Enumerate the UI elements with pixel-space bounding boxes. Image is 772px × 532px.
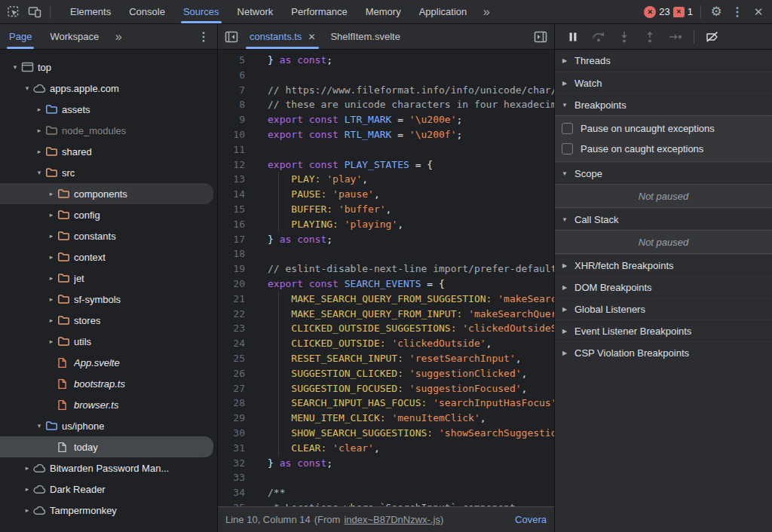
tree-item-node-modules[interactable]: ▸node_modules — [0, 120, 217, 141]
line-number[interactable]: 17 — [218, 232, 254, 247]
pane-header-threads[interactable]: ▶Threads — [555, 50, 772, 72]
navigator-tab-page[interactable]: Page — [0, 24, 41, 49]
main-tab-memory[interactable]: Memory — [357, 0, 410, 23]
tree-item-today[interactable]: today — [0, 436, 213, 457]
pane-header-xhr-breakpoints[interactable]: ▶XHR/fetch Breakpoints — [555, 254, 772, 276]
checkbox-row-pause-on-caught-exceptions[interactable]: Pause on caught exceptions — [555, 139, 772, 159]
tree-collapsed-arrow-icon[interactable]: ▸ — [33, 148, 45, 155]
tree-collapsed-arrow-icon[interactable]: ▸ — [33, 127, 45, 134]
line-number[interactable]: 26 — [218, 366, 254, 381]
pane-header-event-listener-breakpoints[interactable]: ▶Event Listener Breakpoints — [555, 320, 772, 341]
tree-item-components[interactable]: ▸components — [0, 183, 213, 204]
tree-expanded-arrow-icon[interactable]: ▾ — [21, 84, 33, 92]
line-number[interactable]: 6 — [218, 68, 254, 83]
line-number[interactable]: 7 — [218, 83, 254, 98]
line-number[interactable]: 14 — [218, 187, 254, 202]
tree-item-context[interactable]: ▸context — [0, 246, 217, 268]
checkbox[interactable] — [562, 123, 573, 134]
line-number[interactable]: 8 — [218, 97, 254, 112]
tree-item-jet[interactable]: ▸jet — [0, 268, 217, 289]
tree-collapsed-arrow-icon[interactable]: ▸ — [45, 211, 57, 219]
line-number[interactable]: 24 — [218, 336, 254, 351]
step-over-icon[interactable] — [587, 26, 611, 47]
close-devtools-icon[interactable]: ✕ — [748, 2, 769, 23]
pane-header-csp-violation-breakpoints[interactable]: ▶CSP Violation Breakpoints — [555, 341, 772, 363]
editor-tab-shelfitem-svelte[interactable]: ShelfItem.svelte — [323, 24, 408, 49]
tree-item-browser-ts[interactable]: browser.ts — [0, 394, 217, 415]
line-number[interactable]: 33 — [218, 470, 254, 485]
tree-item-config[interactable]: ▸config — [0, 204, 217, 225]
pause-icon[interactable] — [561, 26, 585, 47]
step-into-icon[interactable] — [612, 26, 636, 47]
source-file-link[interactable]: index~B87DnNzwx-.js — [344, 514, 440, 525]
deactivate-breakpoints-icon[interactable] — [700, 26, 725, 47]
hide-navigator-icon[interactable] — [221, 26, 242, 47]
tree-collapsed-arrow-icon[interactable]: ▸ — [45, 253, 57, 261]
tree-item-app-svelte[interactable]: App.svelte — [0, 352, 217, 373]
tree-collapsed-arrow-icon[interactable]: ▸ — [21, 464, 33, 472]
line-number[interactable]: 35 — [218, 500, 254, 506]
step-out-icon[interactable] — [638, 26, 662, 47]
navigator-menu-icon[interactable]: ⋮ — [193, 26, 214, 47]
tree-item-tampermonkey[interactable]: ▸Tampermonkey — [0, 500, 217, 521]
line-number[interactable]: 27 — [218, 381, 254, 396]
more-navigator-tabs-icon[interactable]: » — [108, 26, 129, 47]
settings-gear-icon[interactable]: ⚙ — [706, 2, 727, 23]
more-options-icon[interactable]: ⋮ — [727, 2, 748, 23]
tree-collapsed-arrow-icon[interactable]: ▸ — [21, 506, 33, 514]
tree-expanded-arrow-icon[interactable]: ▾ — [33, 169, 45, 176]
line-number[interactable]: 5 — [218, 53, 254, 68]
tree-collapsed-arrow-icon[interactable]: ▸ — [45, 190, 57, 197]
tree-item-dark-reader[interactable]: ▸Dark Reader — [0, 478, 217, 500]
tree-collapsed-arrow-icon[interactable]: ▸ — [45, 232, 57, 240]
main-tab-elements[interactable]: Elements — [61, 0, 120, 23]
device-toolbar-icon[interactable] — [24, 2, 45, 23]
tree-item-apps-apple-com[interactable]: ▾apps.apple.com — [0, 78, 217, 99]
tree-collapsed-arrow-icon[interactable]: ▸ — [45, 338, 57, 345]
line-number[interactable]: 28 — [218, 396, 254, 411]
step-icon[interactable] — [663, 26, 688, 47]
tree-collapsed-arrow-icon[interactable]: ▸ — [21, 485, 33, 493]
tree-item-bitwarden[interactable]: ▸Bitwarden Password Man... — [0, 457, 217, 478]
line-number[interactable]: 25 — [218, 351, 254, 366]
console-errors-badge[interactable]: ✕ 23 — [644, 6, 669, 18]
show-debugger-sidebar-icon[interactable] — [530, 26, 551, 47]
tree-item-sf-symbols[interactable]: ▸sf-symbols — [0, 289, 217, 310]
line-number[interactable]: 9 — [218, 112, 254, 127]
line-number[interactable]: 12 — [218, 157, 254, 173]
pane-header-watch[interactable]: ▶Watch — [555, 72, 772, 93]
tree-item-bootstrap-ts[interactable]: bootstrap.ts — [0, 373, 217, 394]
tree-item-assets[interactable]: ▸assets — [0, 99, 217, 120]
line-number[interactable]: 10 — [218, 127, 254, 142]
line-number[interactable]: 19 — [218, 261, 254, 277]
line-number[interactable]: 31 — [218, 441, 254, 456]
line-number[interactable]: 22 — [218, 307, 254, 322]
tree-item-top[interactable]: ▾top — [0, 57, 217, 78]
tree-collapsed-arrow-icon[interactable]: ▸ — [45, 274, 57, 282]
line-number[interactable]: 11 — [218, 142, 254, 157]
pane-header-dom-breakpoints[interactable]: ▶DOM Breakpoints — [555, 276, 772, 298]
main-tab-console[interactable]: Console — [120, 0, 174, 23]
line-number[interactable]: 20 — [218, 277, 254, 292]
code-editor[interactable]: 5} as const;67// https://www.fileformat.… — [218, 50, 554, 506]
tree-expanded-arrow-icon[interactable]: ▾ — [33, 422, 45, 430]
coverage-link[interactable]: Covera — [515, 514, 547, 525]
line-number[interactable]: 23 — [218, 321, 254, 336]
issues-badge[interactable]: ✕ 1 — [673, 6, 693, 17]
tree-item-stores[interactable]: ▸stores — [0, 310, 217, 331]
editor-tab-constants-ts[interactable]: constants.ts✕ — [242, 24, 323, 49]
line-number[interactable]: 29 — [218, 411, 254, 426]
tree-collapsed-arrow-icon[interactable]: ▸ — [33, 105, 45, 113]
navigator-tab-workspace[interactable]: Workspace — [41, 24, 108, 49]
line-number[interactable]: 32 — [218, 456, 254, 471]
line-number[interactable]: 18 — [218, 246, 254, 261]
close-tab-icon[interactable]: ✕ — [308, 32, 315, 42]
pane-header-global-listeners[interactable]: ▶Global Listeners — [555, 298, 772, 320]
tree-collapsed-arrow-icon[interactable]: ▸ — [45, 295, 57, 303]
checkbox-row-pause-on-uncaught-exceptions[interactable]: Pause on uncaught exceptions — [555, 118, 772, 139]
main-tab-application[interactable]: Application — [410, 0, 476, 23]
line-number[interactable]: 34 — [218, 485, 254, 500]
main-tab-sources[interactable]: Sources — [174, 0, 228, 23]
tree-item-src[interactable]: ▾src — [0, 162, 217, 183]
inspect-element-icon[interactable] — [3, 2, 24, 23]
